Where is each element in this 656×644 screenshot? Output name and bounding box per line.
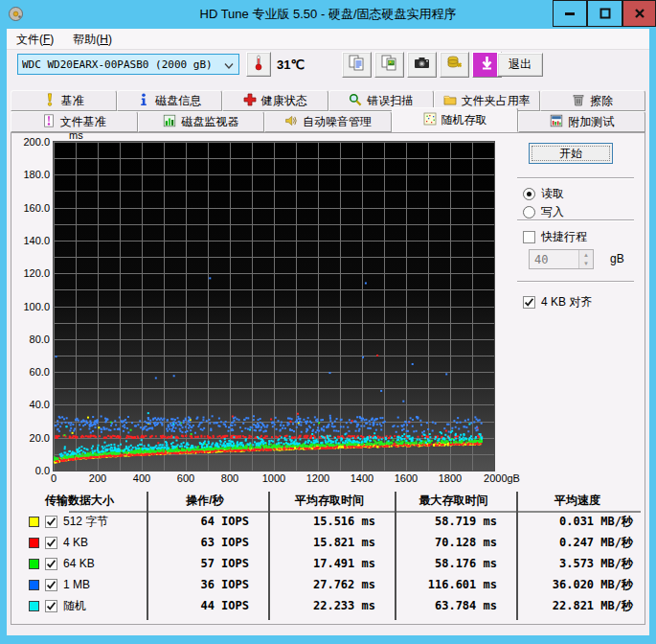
extra-tests-icon [550, 114, 563, 130]
y-tick-label: 80.0 [11, 334, 50, 345]
tab-label: 擦除 [590, 93, 613, 109]
tab-label: 随机存取 [441, 112, 487, 128]
copy-image-icon [380, 54, 398, 76]
tab-label: 健康状态 [261, 93, 307, 109]
table-value-speed: 22.821 MB/秒 [514, 598, 641, 614]
table-value-iops: 57 IOPS [144, 557, 266, 570]
screenshot-button[interactable] [407, 52, 437, 78]
results-table-body: 512 字节64 IOPS15.516 ms58.719 ms0.031 MB/… [15, 511, 641, 616]
health-icon [243, 93, 257, 109]
table-value-avg: 17.491 ms [266, 557, 393, 570]
series-toggle[interactable]: 64 KB [15, 557, 144, 570]
series-toggle[interactable]: 1 MB [15, 578, 144, 591]
copy-text-button[interactable] [342, 52, 372, 78]
table-header-cell: 传输数据大小 [15, 493, 144, 509]
table-value-max: 116.601 ms [393, 578, 514, 591]
y-axis-unit: ms [69, 129, 83, 141]
maximize-icon [599, 8, 611, 19]
table-header-cell: 平均速度 [514, 493, 641, 509]
spinner-up-button[interactable]: ▲ [579, 250, 593, 260]
save-results-button[interactable] [440, 52, 469, 78]
tab-health[interactable]: 健康状态 [222, 90, 328, 111]
series-label: 随机 [63, 598, 86, 614]
menu-item-h[interactable]: 帮助(H) [63, 29, 122, 50]
column-divider [268, 492, 270, 620]
read-radio[interactable]: 读取 [523, 186, 564, 202]
tab-extra-tests[interactable]: 附加测试 [518, 111, 645, 132]
minimize-button[interactable] [553, 0, 587, 27]
checkbox-checked-icon[interactable] [45, 600, 57, 612]
results-table-header: 传输数据大小操作/秒平均存取时间最大存取时间平均速度 [15, 490, 641, 511]
checkbox-checked-icon[interactable] [45, 516, 57, 528]
maximize-button[interactable] [587, 0, 622, 27]
checkbox-checked-icon[interactable] [45, 579, 57, 591]
series-label: 4 KB [63, 536, 88, 549]
header-divider [69, 511, 641, 513]
table-header-cell: 平均存取时间 [266, 493, 393, 509]
series-toggle[interactable]: 随机 [15, 598, 144, 614]
tab-erase[interactable]: 擦除 [540, 90, 646, 111]
align-4kb-checkbox[interactable]: 4 KB 对齐 [523, 294, 592, 310]
checkbox-checked-icon[interactable] [45, 558, 57, 570]
chevron-down-icon [223, 60, 235, 68]
results-table: 传输数据大小操作/秒平均存取时间最大存取时间平均速度 512 字节64 IOPS… [15, 490, 641, 616]
speaker-icon [284, 114, 298, 130]
copy-image-button[interactable] [374, 52, 404, 78]
y-tick-label: 60.0 [11, 366, 50, 378]
short-stroke-unit-label: gB [610, 252, 624, 265]
write-radio-label: 写入 [541, 204, 564, 220]
table-value-speed: 0.031 MB/秒 [514, 514, 641, 530]
table-value-speed: 0.247 MB/秒 [514, 535, 641, 551]
start-button[interactable]: 开始 [529, 143, 613, 164]
tab-label: 磁盘信息 [155, 93, 201, 109]
temperature-button[interactable] [246, 52, 271, 77]
table-value-iops: 63 IOPS [144, 536, 266, 549]
y-tick-label: 160.0 [11, 202, 50, 214]
save-results-icon [445, 54, 464, 76]
checkbox-checked-icon[interactable] [45, 537, 57, 549]
tab-label: 文件基准 [60, 114, 106, 130]
tab-random-access[interactable]: 随机存取 [392, 107, 519, 132]
spinner-arrows: ▲ ▼ [578, 250, 593, 268]
table-value-avg: 22.233 ms [266, 599, 393, 612]
exit-button[interactable]: 退出 [497, 53, 543, 77]
series-color-swatch [29, 580, 39, 590]
separator [517, 219, 634, 221]
table-value-max: 63.784 ms [393, 599, 514, 612]
menu-item-f[interactable]: 文件(F) [7, 29, 63, 50]
column-divider [395, 492, 396, 620]
drive-select[interactable]: WDC WD20EARX-00PASB0 (2000 gB) [17, 54, 239, 75]
table-value-max: 58.176 ms [393, 557, 514, 570]
tab-disk-monitor[interactable]: 磁盘监视器 [138, 111, 265, 132]
tab-label: 文件夹占用率 [462, 93, 531, 109]
download-icon [478, 54, 496, 76]
random-access-panel: ms 200.0180.0160.0140.0120.0100.080.060.… [11, 132, 645, 625]
table-value-speed: 36.020 MB/秒 [514, 577, 641, 593]
tab-benchmark[interactable]: 基准 [11, 90, 117, 111]
table-row: 512 字节64 IOPS15.516 ms58.719 ms0.031 MB/… [15, 511, 641, 532]
table-value-avg: 27.762 ms [266, 578, 393, 591]
table-value-max: 70.128 ms [393, 536, 514, 549]
close-button[interactable] [622, 0, 656, 27]
series-toggle[interactable]: 512 字节 [15, 514, 144, 530]
tab-speaker[interactable]: 自动噪音管理 [264, 111, 392, 132]
camera-icon [413, 54, 431, 76]
table-value-iops: 64 IOPS [144, 515, 266, 528]
short-stroke-size-spinner[interactable]: 40 ▲ ▼ [529, 249, 594, 269]
table-row: 随机44 IOPS22.233 ms63.784 ms22.821 MB/秒 [15, 595, 641, 616]
spinner-down-button[interactable]: ▼ [579, 260, 593, 269]
y-tick-label: 120.0 [11, 267, 50, 279]
folder-icon [443, 93, 457, 109]
series-toggle[interactable]: 4 KB [15, 536, 144, 549]
write-radio[interactable]: 写入 [523, 204, 564, 220]
table-value-max: 58.719 ms [393, 515, 514, 528]
tab-disk-info[interactable]: 磁盘信息 [117, 90, 223, 111]
tab-row-2: 文件基准磁盘监视器自动噪音管理随机存取附加测试 [11, 111, 645, 132]
read-radio-label: 读取 [541, 186, 564, 202]
app-window: HD Tune 专业版 5.50 - 硬盘/固态硬盘实用程序 文件(F)帮助(H… [0, 0, 656, 644]
y-tick-label: 40.0 [11, 399, 50, 410]
short-stroke-checkbox[interactable]: 快捷行程 [523, 229, 587, 245]
series-label: 1 MB [63, 578, 90, 591]
series-color-swatch [29, 517, 39, 527]
table-header-cell: 操作/秒 [144, 493, 266, 509]
